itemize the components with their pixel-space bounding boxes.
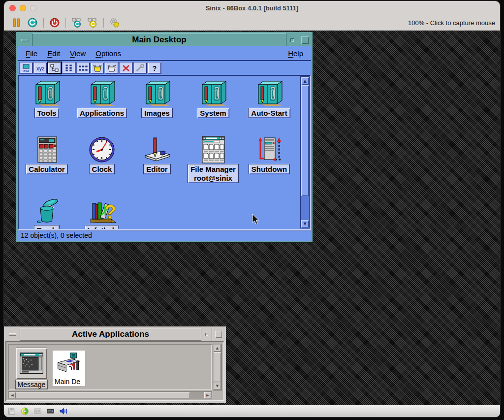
desktop-icon-clock[interactable]: Clock [77, 136, 127, 174]
capture-status-text: 100% - Click to capture mouse [408, 19, 495, 27]
empty-object-button[interactable] [105, 63, 118, 73]
icon-label: Trash [34, 226, 59, 230]
desktop-icon-area[interactable]: ToolsApplicationsImagesSystemAuto-StartC… [18, 75, 311, 230]
host-toolbar-buttons [9, 17, 123, 29]
maximize-button[interactable] [212, 328, 224, 341]
icon-view-icon [21, 64, 31, 72]
scroll-up-button[interactable]: ▲ [301, 77, 309, 85]
window-menu-icon [9, 333, 16, 336]
cabinet-icon [141, 80, 173, 107]
menu-help[interactable]: Help [283, 49, 308, 58]
help-button[interactable] [148, 63, 161, 73]
keys-yellow-icon [87, 17, 98, 28]
reset-icon [27, 17, 38, 28]
vertical-scrollbar[interactable]: ▲ ▼ [213, 344, 221, 390]
desktop-icon-infothek[interactable]: Infothek [77, 197, 127, 230]
scroll-down-button[interactable]: ▼ [301, 220, 309, 227]
cdrom-drive-status[interactable] [21, 407, 29, 415]
text-view-icon [35, 64, 45, 72]
window-menu-button[interactable] [18, 33, 32, 46]
desktop-icon-applications[interactable]: Applications [77, 80, 127, 118]
wrench-icon [135, 64, 145, 72]
view-text-button[interactable] [34, 63, 47, 73]
maximize-button[interactable] [298, 33, 311, 46]
active-applications-titlebar[interactable]: Active Applications [5, 328, 224, 341]
scrollbar-thumb[interactable] [16, 392, 190, 398]
mouse-cursor [250, 214, 261, 226]
acpi-shutdown-button[interactable] [49, 17, 61, 29]
desktop-icon-trash[interactable]: Trash [22, 197, 72, 230]
app-item-label: Message [16, 380, 48, 389]
menu-file[interactable]: File [21, 49, 42, 58]
view-icons-button[interactable] [20, 63, 32, 73]
window-menu-button[interactable] [5, 328, 20, 341]
maximize-icon [301, 36, 309, 44]
delete-x-icon [121, 64, 131, 72]
scroll-right-button[interactable]: ▶ [204, 392, 211, 398]
icon-label-line2: root@sinix [190, 174, 236, 183]
scroll-up-button[interactable]: ▲ [214, 345, 221, 352]
iconify-button[interactable] [201, 328, 212, 341]
iconify-icon [205, 333, 208, 336]
box-plain-icon [107, 64, 117, 72]
menu-options[interactable]: Options [91, 49, 126, 58]
sound-icon [59, 407, 67, 415]
menu-view[interactable]: View [65, 49, 91, 58]
maximize-icon [215, 331, 222, 338]
host-toolbar: 100% - Click to capture mouse [4, 15, 500, 31]
toolbar-separator [43, 18, 44, 28]
cabinet-icon [86, 80, 118, 107]
scrollbar-thumb[interactable] [214, 352, 221, 382]
horizontal-scrollbar[interactable]: ◀ ▶ [8, 391, 212, 399]
infothek-icon [86, 197, 118, 225]
cartridge-status[interactable] [33, 407, 42, 415]
desktop-icon-system[interactable]: System [188, 80, 238, 118]
scroll-down-button[interactable]: ▼ [214, 383, 221, 389]
desktop-icon-shutdown[interactable]: Shutdown [244, 136, 294, 174]
scroll-left-button[interactable]: ◀ [9, 392, 16, 398]
ctrl-alt-esc-button[interactable] [87, 17, 98, 29]
desktop-icon-tools[interactable]: Tools [22, 80, 72, 118]
menubar-left: FileEditViewOptions [21, 49, 126, 58]
sound-status[interactable] [59, 407, 67, 415]
tools-button[interactable] [134, 63, 147, 73]
desktop-icon-file-manager[interactable]: File Managerroot@sinix [188, 136, 238, 183]
menu-edit[interactable]: Edit [42, 49, 65, 58]
desktop-icon-calculator[interactable]: Calculator [22, 136, 72, 174]
hard-reset-button[interactable] [27, 17, 38, 29]
hard-disk-status[interactable] [46, 407, 55, 415]
desktop-icon-auto-start[interactable]: Auto-Start [244, 80, 294, 118]
list-view-icon [78, 64, 88, 72]
pause-button[interactable] [11, 17, 23, 29]
host-titlebar[interactable]: Sinix - 86Box 4.0.1 [build 5111] [4, 1, 500, 15]
app-icon-frame [16, 348, 47, 379]
vertical-scrollbar[interactable]: ▲ ▼ [301, 77, 309, 228]
shutdown-icon [253, 136, 285, 163]
delete-button[interactable] [120, 63, 132, 73]
iconify-button[interactable] [286, 33, 298, 46]
ctrl-alt-del-button[interactable] [71, 17, 83, 29]
desktop-icon-editor[interactable]: Editor [132, 136, 182, 174]
icon-label: Tools [35, 108, 59, 118]
app-item-main-de[interactable]: Main De [53, 351, 85, 386]
desktop-icon-images[interactable]: Images [132, 80, 182, 118]
scrollbar-thumb[interactable] [301, 85, 309, 196]
icon-label: Shutdown [249, 164, 289, 174]
view-tree-button[interactable] [48, 63, 61, 73]
filemanager-icon [197, 136, 229, 163]
view-details-button[interactable] [63, 63, 75, 73]
main-desktop-titlebar[interactable]: Main Desktop [18, 33, 311, 46]
gear-icon [109, 17, 120, 28]
app-item-message[interactable]: Message [14, 348, 49, 391]
view-list-button[interactable] [77, 63, 90, 73]
emulated-screen[interactable]: Main Desktop FileEditViewOptions Help To… [4, 31, 500, 405]
editor-icon [141, 136, 173, 163]
new-object-button[interactable] [91, 63, 104, 73]
cartridge-icon [33, 407, 42, 415]
icon-label: File Managerroot@sinix [188, 164, 238, 183]
active-applications-window: Active Applications MessageMain De ▲ ▼ ◀… [4, 326, 226, 403]
settings-button[interactable] [109, 17, 121, 29]
status-bar: 12 object(s), 0 selected [18, 230, 311, 241]
active-applications-panel[interactable]: MessageMain De [8, 344, 212, 390]
floppy-drive-status[interactable] [8, 407, 16, 415]
